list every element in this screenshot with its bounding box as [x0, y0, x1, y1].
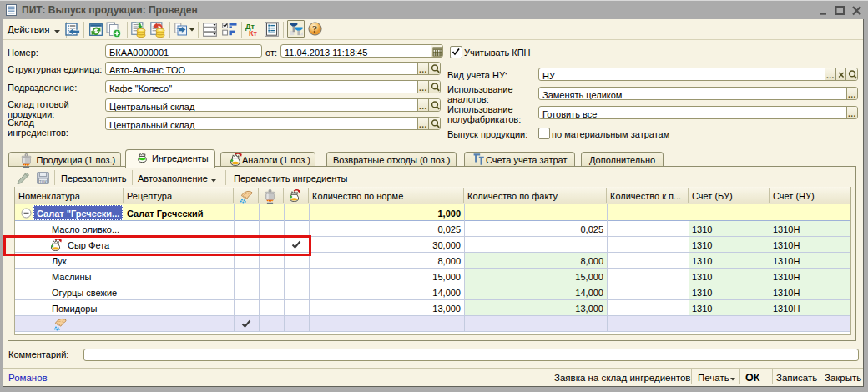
svg-text:ТОК: ТОК — [39, 180, 47, 184]
svg-text:?: ? — [312, 23, 317, 35]
svg-text:Кт: Кт — [249, 29, 257, 38]
